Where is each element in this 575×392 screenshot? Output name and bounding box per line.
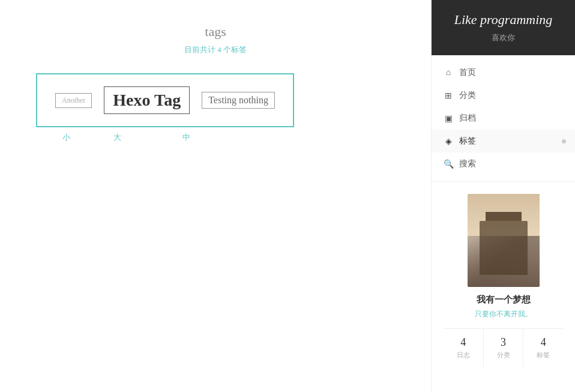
- stat-tags-number: 4: [526, 336, 560, 349]
- profile-desc: 只要你不离开我。: [444, 309, 563, 319]
- tag-count: 目前共计 4 个标签: [36, 44, 395, 55]
- nav-item-search[interactable]: 🔍 搜索: [432, 152, 575, 175]
- nav-menu: ⌂ 首页 ⊞ 分类 ▣ 归档 ◈ 标签 🔍 搜索: [432, 55, 575, 182]
- desc-highlight: 不: [496, 310, 504, 318]
- tag-cloud: Another Hexo Tag Testing nothing: [36, 73, 294, 127]
- building-silhouette: [480, 221, 528, 275]
- nav-label-home: 首页: [459, 67, 476, 78]
- nav-label-archives: 归档: [459, 113, 476, 124]
- stat-categories: 3 分类: [484, 329, 524, 367]
- tag-another[interactable]: Another: [55, 93, 92, 108]
- tags-icon: ◈: [444, 136, 453, 146]
- tag-hexo[interactable]: Hexo Tag: [104, 86, 190, 114]
- nav-item-archives[interactable]: ▣ 归档: [432, 107, 575, 130]
- home-icon: ⌂: [444, 68, 453, 77]
- archives-icon: ▣: [444, 113, 453, 123]
- nav-item-tags[interactable]: ◈ 标签: [432, 130, 575, 152]
- stat-tags-label: 标签: [526, 351, 560, 360]
- main-content: tags 目前共计 4 个标签 Another Hexo Tag Testing…: [0, 0, 431, 392]
- desc-prefix: 只要你: [475, 310, 496, 318]
- desc-suffix: 离开我。: [504, 310, 532, 318]
- stats-row: 4 日志 3 分类 4 标签: [444, 328, 563, 367]
- stat-posts: 4 日志: [444, 329, 484, 367]
- stat-posts-number: 4: [447, 336, 480, 349]
- size-label-medium: 中: [150, 132, 222, 143]
- stat-categories-label: 分类: [487, 351, 520, 360]
- size-label-small: 小: [48, 132, 84, 143]
- search-icon: 🔍: [444, 159, 453, 169]
- nav-label-categories: 分类: [459, 90, 476, 101]
- sidebar-header: Like programming 喜欢你: [432, 0, 575, 55]
- profile-name: 我有一个梦想: [444, 294, 563, 306]
- profile-image: [468, 194, 540, 287]
- active-indicator: [562, 139, 566, 143]
- nav-item-categories[interactable]: ⊞ 分类: [432, 84, 575, 107]
- size-label-large: 大: [84, 132, 150, 143]
- nav-item-home[interactable]: ⌂ 首页: [432, 61, 575, 84]
- nav-label-tags: 标签: [459, 136, 476, 146]
- size-labels-row: 小 大 中: [36, 132, 395, 143]
- profile-section: 我有一个梦想 只要你不离开我。 4 日志 3 分类 4 标签: [432, 182, 575, 379]
- blog-subtitle: 喜欢你: [444, 32, 563, 43]
- nav-label-search: 搜索: [459, 158, 476, 169]
- blog-title: Like programming: [444, 12, 563, 28]
- tag-testing[interactable]: Testing nothing: [202, 92, 275, 109]
- stat-tags: 4 标签: [523, 329, 563, 367]
- categories-icon: ⊞: [444, 91, 453, 100]
- stat-posts-label: 日志: [447, 351, 480, 360]
- stat-categories-number: 3: [487, 336, 520, 349]
- page-title: tags: [36, 24, 395, 40]
- sidebar: Like programming 喜欢你 ⌂ 首页 ⊞ 分类 ▣ 归档 ◈ 标签…: [431, 0, 575, 392]
